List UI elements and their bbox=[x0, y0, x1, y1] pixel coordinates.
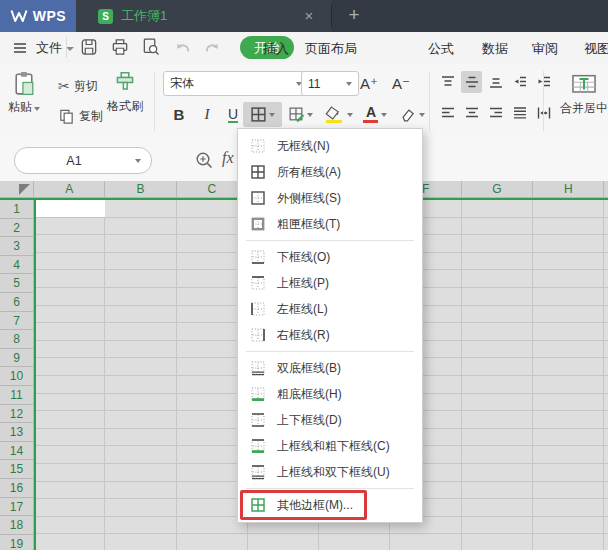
font-color-button[interactable]: A bbox=[356, 102, 394, 127]
border-top-thick-bottom-icon bbox=[250, 438, 266, 454]
row-header-12[interactable]: 12 bbox=[0, 405, 33, 424]
border-thick-bottom-icon bbox=[250, 386, 266, 402]
row-header-11[interactable]: 11 bbox=[0, 386, 33, 405]
insert-function-fx-icon[interactable]: fx bbox=[222, 149, 234, 167]
menu-item-label: 粗匣框线(T) bbox=[277, 216, 340, 233]
column-header-I[interactable]: I bbox=[604, 181, 608, 197]
print-icon[interactable] bbox=[109, 36, 131, 58]
save-icon[interactable] bbox=[78, 36, 100, 58]
ribbon-tab[interactable]: 页面布局 bbox=[305, 40, 357, 58]
menu-item-border-none[interactable]: 无框线(N) bbox=[238, 133, 422, 159]
row-header-10[interactable]: 10 bbox=[0, 367, 33, 386]
tab-close-button[interactable]: × bbox=[300, 7, 318, 25]
border-top-bottom-icon bbox=[250, 412, 266, 428]
menu-separator bbox=[246, 351, 414, 352]
row-header-5[interactable]: 5 bbox=[0, 274, 33, 293]
select-all-triangle-icon bbox=[19, 184, 30, 195]
align-right-button[interactable] bbox=[485, 102, 506, 124]
column-header-B[interactable]: B bbox=[105, 181, 176, 197]
menu-item-border-top[interactable]: 上框线(P) bbox=[238, 270, 422, 296]
font-name-select[interactable]: 宋体 bbox=[163, 71, 309, 96]
menu-item-border-thick-box[interactable]: 粗匣框线(T) bbox=[238, 211, 422, 237]
row-header-3[interactable]: 3 bbox=[0, 237, 33, 256]
chevron-down-icon bbox=[269, 113, 275, 117]
column-header-H[interactable]: H bbox=[533, 181, 604, 197]
row-header-18[interactable]: 18 bbox=[0, 516, 33, 535]
ribbon-tab[interactable]: 插入 bbox=[263, 40, 289, 58]
paste-button[interactable]: 粘贴 bbox=[8, 70, 40, 116]
row-header-15[interactable]: 15 bbox=[0, 460, 33, 479]
row-header-6[interactable]: 6 bbox=[0, 293, 33, 312]
menu-item-border-all[interactable]: 所有框线(A) bbox=[238, 159, 422, 185]
row-header-13[interactable]: 13 bbox=[0, 423, 33, 442]
draw-border-button[interactable] bbox=[281, 102, 320, 127]
borders-button[interactable] bbox=[243, 102, 282, 127]
row-header-8[interactable]: 8 bbox=[0, 330, 33, 349]
column-header-G[interactable]: G bbox=[462, 181, 533, 197]
redo-icon[interactable] bbox=[202, 36, 224, 58]
cut-button[interactable]: ✂ 剪切 bbox=[58, 75, 98, 97]
menu-item-border-thick-bottom[interactable]: 粗底框线(H) bbox=[238, 381, 422, 407]
ribbon-tab[interactable]: 视图 bbox=[584, 40, 608, 58]
zoom-magnifier-icon[interactable] bbox=[194, 150, 214, 170]
wps-spreadsheet-window: WPS S 工作簿1 × + 文件 开始插入页面布局公式数据审阅视图 粘贴 ✂ … bbox=[0, 0, 608, 550]
global-menu-icon[interactable] bbox=[12, 40, 28, 56]
format-painter-button[interactable]: 格式刷 bbox=[107, 70, 143, 115]
print-preview-icon[interactable] bbox=[140, 36, 162, 58]
decrease-font-size-button[interactable]: A⁻ bbox=[385, 71, 417, 96]
fill-color-button[interactable] bbox=[318, 102, 358, 127]
align-center-button[interactable] bbox=[461, 102, 482, 124]
new-tab-button[interactable]: + bbox=[342, 3, 366, 27]
justify-button[interactable] bbox=[509, 102, 530, 124]
ribbon-tab[interactable]: 审阅 bbox=[532, 40, 558, 58]
row-header-19[interactable]: 19 bbox=[0, 535, 33, 550]
clear-format-button[interactable] bbox=[392, 102, 431, 127]
wps-home-button[interactable]: WPS bbox=[0, 0, 76, 32]
cell-reference-value: A1 bbox=[15, 154, 133, 168]
align-bottom-button[interactable] bbox=[485, 71, 506, 93]
merge-center-button[interactable]: 合并居中 bbox=[549, 73, 608, 117]
row-header-9[interactable]: 9 bbox=[0, 349, 33, 368]
row-header-16[interactable]: 16 bbox=[0, 479, 33, 498]
menu-item-border-bottom[interactable]: 下框线(O) bbox=[238, 244, 422, 270]
merge-cells-icon bbox=[571, 73, 597, 94]
name-box[interactable]: A1 bbox=[14, 147, 152, 174]
indent-decrease-button[interactable] bbox=[509, 71, 530, 93]
align-top-button[interactable] bbox=[437, 71, 458, 93]
spreadsheet-doc-icon: S bbox=[98, 9, 113, 24]
align-middle-button[interactable] bbox=[461, 71, 482, 93]
row-header-4[interactable]: 4 bbox=[0, 256, 33, 275]
row-header-7[interactable]: 7 bbox=[0, 312, 33, 331]
row-header-14[interactable]: 14 bbox=[0, 442, 33, 461]
bold-button[interactable]: B bbox=[164, 102, 194, 127]
menu-item-border-outside[interactable]: 外侧框线(S) bbox=[238, 185, 422, 211]
menu-item-border-right[interactable]: 右框线(R) bbox=[238, 322, 422, 348]
increase-font-size-button[interactable]: A⁺ bbox=[353, 71, 385, 96]
align-left-button[interactable] bbox=[437, 102, 458, 124]
menu-item-border-more[interactable]: 其他边框(M)... bbox=[238, 492, 422, 518]
menu-item-border-top-double-bottom[interactable]: 上框线和双下框线(U) bbox=[238, 459, 422, 485]
menubar-separator bbox=[66, 37, 67, 58]
row-header-17[interactable]: 17 bbox=[0, 498, 33, 517]
ribbon-tab[interactable]: 公式 bbox=[428, 40, 454, 58]
border-thick-box-icon bbox=[250, 216, 266, 232]
active-cell-a1[interactable] bbox=[36, 200, 105, 217]
font-color-letter: A bbox=[366, 104, 376, 120]
row-header-1[interactable]: 1 bbox=[0, 200, 33, 219]
copy-icon bbox=[58, 108, 75, 125]
menu-item-border-double-bottom[interactable]: 双底框线(B) bbox=[238, 355, 422, 381]
menu-item-border-left[interactable]: 左框线(L) bbox=[238, 296, 422, 322]
menu-item-border-top-thick-bottom[interactable]: 上框线和粗下框线(C) bbox=[238, 433, 422, 459]
font-size-select[interactable]: 11 bbox=[301, 71, 359, 96]
menu-item-label: 粗底框线(H) bbox=[277, 386, 342, 403]
menu-item-label: 下框线(O) bbox=[277, 249, 330, 266]
row-header-2[interactable]: 2 bbox=[0, 219, 33, 238]
ribbon-tab[interactable]: 数据 bbox=[482, 40, 508, 58]
undo-icon[interactable] bbox=[171, 36, 193, 58]
select-all-corner[interactable] bbox=[0, 181, 34, 198]
menu-separator bbox=[246, 488, 414, 489]
menu-item-border-top-bottom[interactable]: 上下框线(D) bbox=[238, 407, 422, 433]
copy-button[interactable]: 复制 bbox=[58, 105, 103, 127]
column-header-A[interactable]: A bbox=[34, 181, 105, 197]
file-menu-button[interactable]: 文件 bbox=[36, 39, 74, 57]
